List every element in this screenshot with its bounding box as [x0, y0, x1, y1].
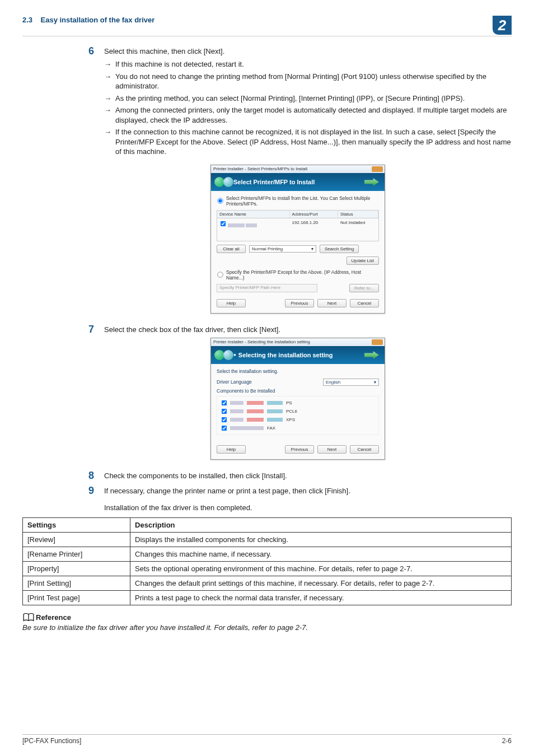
checkbox[interactable] [222, 409, 227, 414]
col-description: Description [130, 517, 512, 532]
component-item[interactable]: FAX [221, 424, 375, 432]
component-item[interactable]: XPS [221, 416, 375, 424]
step-number: 6 [84, 45, 94, 56]
footer-right: 2-6 [502, 737, 512, 745]
step-6: 6 Select this machine, then click [Next]… [84, 45, 512, 56]
settings-table: Settings Description [Review]Displays th… [22, 517, 512, 605]
cancel-button[interactable]: Cancel [350, 299, 379, 307]
setting-name: [Print Test page] [23, 590, 130, 605]
next-button[interactable]: Next [317, 445, 346, 454]
path-input[interactable]: Specify Printer/MFP Path Here [217, 284, 317, 292]
previous-button[interactable]: Previous [285, 445, 314, 454]
globe-icon [223, 350, 233, 360]
setting-desc: Changes this machine name, if necessary. [130, 547, 512, 561]
step-number: 9 [84, 485, 94, 512]
component-item[interactable]: PCL6 [221, 407, 375, 416]
table-header-row: Settings Description [23, 517, 512, 532]
help-button[interactable]: Help [217, 299, 246, 307]
step-9-after-text: Installation of the fax driver is then c… [104, 503, 252, 512]
page-header: 2.3 Easy installation of the fax driver … [22, 16, 512, 36]
radio-label: Select Printers/MFPs to Install from the… [226, 195, 379, 207]
section-heading: 2.3 Easy installation of the fax driver [22, 16, 154, 24]
step-text: If necessary, change the printer name or… [104, 485, 512, 512]
component-name: PCL6 [286, 409, 297, 414]
search-setting-button[interactable]: Search Setting [320, 245, 359, 253]
col-status: Status [338, 211, 378, 218]
dialog-banner: Select Printer/MFP to Install [211, 173, 385, 191]
col-address-port: Address/Port [290, 211, 338, 218]
update-list-button[interactable]: Update List [346, 256, 379, 265]
next-button[interactable]: Next [317, 299, 346, 307]
radio-label: Specify the Printer/MFP Except for the A… [226, 269, 379, 281]
row-checkbox[interactable] [221, 221, 226, 226]
checkbox[interactable] [222, 426, 227, 431]
table-row[interactable]: 192.168.1.20 Not Installed [217, 218, 378, 230]
step-text: Select this machine, then click [Next]. [104, 45, 512, 56]
bullet: As the printing method, you can select [… [104, 94, 512, 104]
bullet: If this machine is not detected, restart… [104, 59, 512, 69]
bullet: If the connection to this machine cannot… [104, 127, 512, 157]
dialog-footer-buttons: Help Previous Next Cancel [217, 299, 379, 307]
clear-all-button[interactable]: Clear all [217, 245, 246, 253]
radio-input[interactable] [217, 198, 223, 204]
path-row: Specify Printer/MFP Path Here Refer to..… [217, 284, 379, 292]
arrow-icon [364, 351, 379, 359]
col-device-name: Device Name [217, 211, 290, 218]
reference-text: Be sure to initialize the fax driver aft… [22, 623, 512, 632]
dialog-titlebar: Printer Installer - Selecting the instal… [211, 338, 385, 346]
book-icon [22, 613, 35, 622]
table-row: [Print Setting]Changes the default print… [23, 576, 512, 590]
setting-name: [Rename Printer] [23, 547, 130, 561]
page-footer: [PC-FAX Functions] 2-6 [22, 734, 512, 745]
component-name: PS [286, 400, 292, 405]
table-row: [Print Test page]Prints a test page to c… [23, 590, 512, 605]
close-icon[interactable] [372, 339, 383, 345]
printing-method-select[interactable]: Normal Printing [249, 245, 316, 253]
previous-button[interactable]: Previous [285, 299, 314, 307]
dialog-banner: ● Selecting the installation setting [211, 346, 385, 364]
dialog-titlebar: Printer Installer - Select Printers/MFPs… [211, 165, 385, 173]
cancel-button[interactable]: Cancel [350, 445, 379, 454]
checkbox[interactable] [222, 400, 227, 405]
component-name: FAX [267, 426, 275, 431]
step-number: 8 [84, 470, 94, 480]
radio-select-from-list[interactable]: Select Printers/MFPs to Install from the… [217, 195, 379, 207]
table-row: [Review]Displays the installed component… [23, 532, 512, 547]
dialog-installation-setting: Printer Installer - Selecting the instal… [210, 338, 385, 460]
setting-desc: Changes the default print settings of th… [130, 576, 512, 590]
setting-desc: Prints a test page to check the normal d… [130, 590, 512, 605]
step-6-bullets: If this machine is not detected, restart… [104, 59, 512, 157]
refer-to-button[interactable]: Refer to... [349, 284, 379, 292]
dialog-body: Select Printers/MFPs to Install from the… [211, 191, 385, 313]
help-button[interactable]: Help [217, 445, 246, 454]
step-9: 9 If necessary, change the printer name … [84, 485, 512, 512]
step-8: 8 Check the components to be installed, … [84, 470, 512, 480]
component-item[interactable]: PS [221, 399, 375, 407]
row-address: 192.168.1.20 [290, 220, 338, 229]
table-row: [Property]Sets the optional operating en… [23, 561, 512, 576]
reference-label: Reference [36, 613, 71, 622]
bullet: You do not need to change the printing m… [104, 72, 512, 91]
banner-text: Select Printer/MFP to Install [233, 179, 315, 185]
driver-language-select[interactable]: English [323, 379, 379, 386]
dialog-title: Printer Installer - Selecting the instal… [213, 339, 310, 344]
checkbox[interactable] [222, 417, 227, 422]
button-row: Clear all Normal Printing Search Setting… [217, 245, 379, 265]
components-label: Components to Be Installed [217, 388, 379, 394]
dialog-title: Printer Installer - Select Printers/MFPs… [213, 166, 307, 171]
banner-text: Selecting the installation setting [238, 352, 333, 358]
component-name: XPS [286, 417, 295, 422]
radio-specify-printer[interactable]: Specify the Printer/MFP Except for the A… [217, 269, 379, 281]
globe-icon [223, 177, 233, 187]
setting-name: [Print Setting] [23, 576, 130, 590]
bullet: Among the connected printers, only the t… [104, 105, 512, 125]
step-text: Check the components to be installed, th… [104, 470, 512, 480]
col-settings: Settings [23, 517, 130, 532]
printer-list-table: Device Name Address/Port Status 192.168.… [217, 210, 379, 241]
setting-desc: Displays the installed components for ch… [130, 532, 512, 547]
subheading: Select the installation setting. [217, 368, 379, 374]
step-number: 7 [84, 324, 94, 334]
content-area: 6 Select this machine, then click [Next]… [22, 45, 512, 512]
close-icon[interactable] [372, 166, 383, 172]
radio-input[interactable] [217, 272, 223, 278]
